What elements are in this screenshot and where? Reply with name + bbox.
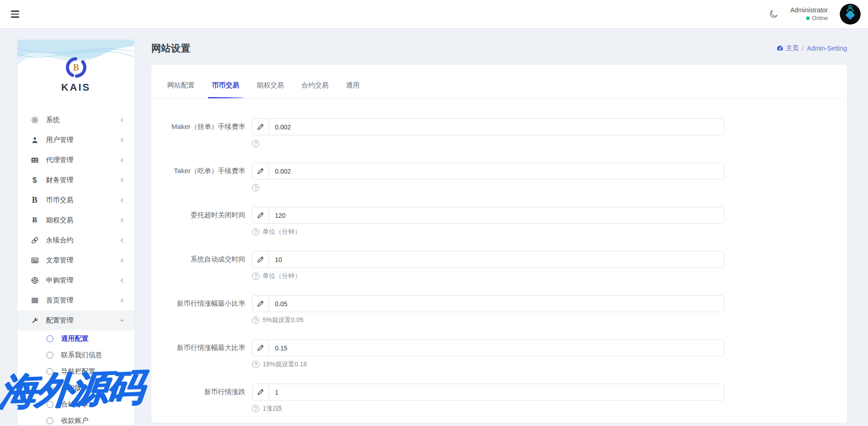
tab-site[interactable]: 网站配置 [159,77,203,98]
hamburger-menu-icon[interactable] [11,10,23,19]
bullet-circle-icon [46,335,53,342]
sidebar-subitem-navbar[interactable]: 导航栏配置 [17,363,134,380]
sidebar-item-homepage[interactable]: 首页管理 [17,290,134,310]
breadcrumb: 主页 / Admin-Setting [776,44,847,52]
field-control: ?单位（分钟） [252,207,724,236]
sidebar-subitem-label: 收款账户 [61,416,88,425]
tab-spot[interactable]: 币币交易 [203,77,248,98]
sidebar-item-subscribe[interactable]: 申购管理 [17,270,134,290]
sidebar-item-options[interactable]: Ƀ期权交易 [17,210,134,230]
field-hint: ? [252,139,724,148]
user-info[interactable]: Administrator Online [790,6,828,22]
letter-b-icon: B [30,196,39,204]
chevron-right-icon [119,138,124,143]
sidebar: B KAIS 系统用户管理代理管理$财务管理B币币交易Ƀ期权交易永续合约文章管理… [17,40,134,425]
bullet-circle-icon [46,368,53,375]
input-auto_deal[interactable] [269,251,724,267]
settings-card: 网站配置币币交易期权交易合约交易通用 Maker（挂单）手续费率?Taker（吃… [151,65,847,423]
hint-text: 1涨2跌 [263,405,283,413]
bitcoin-icon: Ƀ [30,216,39,224]
input-min_rate[interactable] [269,296,724,312]
page-header: 网站设置 主页 / Admin-Setting [151,42,847,55]
hint-text: 单位（分钟） [263,228,301,236]
sidebar-item-articles[interactable]: 文章管理 [17,250,134,270]
tab-contract[interactable]: 合约交易 [293,77,337,98]
sidebar-item-perpetual[interactable]: 永续合约 [17,230,134,250]
sidebar-item-label: 代理管理 [46,156,73,164]
sidebar-item-agents[interactable]: 代理管理 [17,150,134,170]
input-group [252,118,724,135]
field-control: ?5%就设置0.05 [252,295,724,324]
sidebar-subitem-contact[interactable]: 联系我们信息 [17,347,134,363]
settings-tabs: 网站配置币币交易期权交易合约交易通用 [151,65,847,98]
avatar[interactable] [840,4,861,25]
dark-mode-toggle-moon-icon[interactable] [769,9,779,19]
field-label-min_rate: 新币行情涨幅最小比率 [151,295,245,324]
field-control: ?单位（分钟） [252,251,724,280]
help-icon[interactable]: ? [252,140,259,147]
form-row-min_rate: 新币行情涨幅最小比率?5%就设置0.05 [151,295,847,324]
input-group [252,207,724,224]
sidebar-subitem-appver[interactable]: APP版本 [17,380,134,396]
chevron-right-icon [119,238,124,243]
chevron-right-icon [119,298,124,303]
sidebar-subitem-label: APP版本 [61,384,88,392]
sidebar-subitem-share[interactable]: 合约分享 [17,396,134,412]
sidebar-item-label: 文章管理 [46,256,73,265]
breadcrumb-current[interactable]: Admin-Setting [807,45,847,52]
input-max_rate[interactable] [269,340,724,356]
sidebar-subitem-label: 通用配置 [61,334,88,343]
user-status: Online [790,15,828,22]
form-row-order_timeout: 委托超时关闭时间?单位（分钟） [151,207,847,236]
brand-name: KAIS [17,82,134,93]
sidebar-item-system[interactable]: 系统 [17,110,134,130]
field-control: ?18%就设置0.18 [252,339,724,369]
sidebar-item-config[interactable]: 配置管理 [17,310,134,330]
sidebar-header: B KAIS [17,40,134,100]
input-maker_fee[interactable] [269,119,724,135]
svg-text:B: B [73,62,79,72]
help-icon[interactable]: ? [252,272,259,280]
tab-general[interactable]: 通用 [337,77,368,98]
sidebar-subitem-label: 合约分享 [61,400,88,409]
chevron-right-icon [119,178,124,183]
field-hint: ? [252,184,724,192]
input-rise_fall[interactable] [269,384,724,400]
field-hint: ?1涨2跌 [252,405,724,413]
field-hint: ?5%就设置0.05 [252,316,724,324]
sidebar-item-label: 币币交易 [46,196,73,205]
sidebar-subitem-payee[interactable]: 收款账户 [17,412,134,425]
newspaper-icon [30,257,39,264]
field-control: ? [252,163,724,192]
breadcrumb-home-link[interactable]: 主页 [776,44,799,52]
pencil-icon [253,296,269,312]
input-order_timeout[interactable] [269,207,724,223]
sidebar-item-label: 首页管理 [46,296,73,305]
help-icon[interactable]: ? [252,405,259,412]
pencil-icon [253,163,269,179]
sidebar-subitem-general[interactable]: 通用配置 [17,330,134,347]
breadcrumb-home-label: 主页 [786,44,799,52]
dashboard-icon [776,45,784,52]
sidebar-item-spot[interactable]: B币币交易 [17,190,134,210]
sidebar-item-label: 用户管理 [46,136,73,144]
tab-options[interactable]: 期权交易 [248,77,293,98]
field-hint: ?单位（分钟） [252,228,724,236]
sidebar-subitem-label: 联系我们信息 [61,351,102,359]
help-icon[interactable]: ? [252,361,259,368]
field-hint: ?单位（分钟） [252,272,724,280]
input-taker_fee[interactable] [269,163,724,179]
sidebar-item-finance[interactable]: $财务管理 [17,170,134,190]
chevron-right-icon [119,158,124,163]
chevron-right-icon [119,258,124,263]
help-icon[interactable]: ? [252,317,259,324]
brand-logo-icon: B [66,57,87,78]
chevron-right-icon [119,218,124,223]
help-icon[interactable]: ? [252,228,259,236]
input-group [252,163,724,180]
sidebar-item-users[interactable]: 用户管理 [17,130,134,150]
help-icon[interactable]: ? [252,184,259,191]
chevron-right-icon [119,118,124,123]
online-status-label: Online [812,15,828,22]
chevron-right-icon [119,198,124,203]
